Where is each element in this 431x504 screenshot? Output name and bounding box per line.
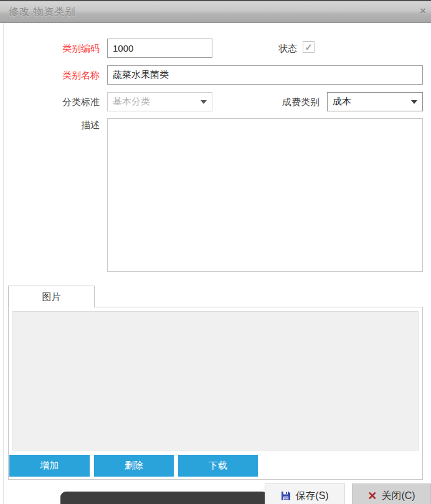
- save-icon: [281, 491, 291, 501]
- image-preview-area: [12, 311, 419, 450]
- cost-type-dropdown[interactable]: 成本: [327, 92, 423, 111]
- cost-type-label: 成费类别: [257, 96, 320, 108]
- dialog-titlebar[interactable]: 修改 物资类别 ×: [0, 0, 431, 23]
- check-icon: ✓: [305, 42, 313, 52]
- description-textarea[interactable]: [107, 118, 423, 272]
- chevron-down-icon: [411, 100, 417, 104]
- delete-image-button[interactable]: 删除: [94, 455, 174, 477]
- dialog-close-icon[interactable]: ×: [420, 5, 431, 19]
- image-panel: 增加 删除 下载: [8, 307, 423, 480]
- status-checkbox: ✓: [303, 41, 315, 53]
- cost-type-value: 成本: [333, 96, 407, 108]
- category-code-input[interactable]: [107, 39, 212, 58]
- classification-standard-value: 基本分类: [113, 96, 197, 108]
- category-code-label: 类别编码: [37, 43, 100, 55]
- edit-material-category-dialog: 修改 物资类别 × 类别编码 状态 ✓ 类别名称 分类标准 基本分类 成费类别 …: [0, 0, 431, 504]
- description-label: 描述: [37, 119, 100, 131]
- status-label: 状态: [260, 43, 297, 55]
- classification-standard-dropdown: 基本分类: [107, 92, 212, 111]
- close-button-label: 关闭(C): [381, 490, 415, 503]
- save-button[interactable]: 保存(S): [265, 483, 345, 504]
- tab-image[interactable]: 图片: [8, 286, 95, 307]
- chevron-down-icon: [201, 100, 207, 104]
- close-button[interactable]: ✕ 关闭(C): [352, 483, 431, 504]
- category-name-label: 类别名称: [37, 70, 100, 82]
- category-name-input[interactable]: [107, 65, 423, 85]
- classification-standard-label: 分类标准: [37, 96, 100, 108]
- dialog-title: 修改 物资类别: [9, 6, 75, 19]
- save-button-label: 保存(S): [295, 490, 328, 503]
- notification-toast: [60, 492, 268, 504]
- add-image-button[interactable]: 增加: [9, 455, 90, 477]
- dialog-inner-edge: [3, 23, 4, 504]
- tab-image-label: 图片: [42, 291, 61, 303]
- download-image-button[interactable]: 下载: [178, 455, 258, 477]
- close-x-icon: ✕: [367, 490, 377, 502]
